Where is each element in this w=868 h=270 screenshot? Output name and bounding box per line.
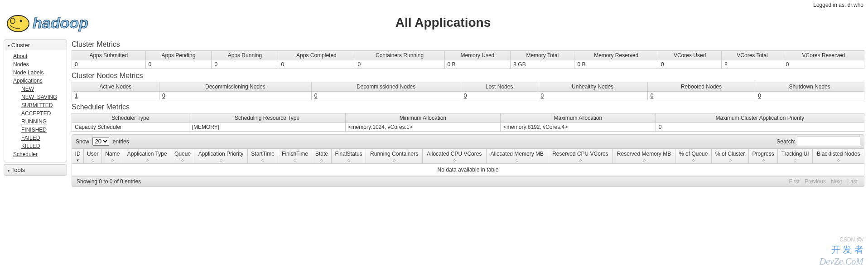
sort-icon: ◇ bbox=[181, 158, 184, 162]
metric-value: 0 bbox=[783, 60, 864, 69]
cluster-metrics-title: Cluster Metrics bbox=[72, 40, 864, 49]
metric-value: 0 bbox=[658, 60, 722, 69]
nav-state-killed[interactable]: KILLED bbox=[21, 142, 67, 150]
apps-col-header[interactable]: User◇ bbox=[84, 149, 102, 164]
col-header: Apps Running bbox=[212, 51, 278, 60]
col-header: Apps Completed bbox=[278, 51, 355, 60]
login-info: Logged in as: dr.who bbox=[0, 0, 868, 10]
apps-col-header[interactable]: Allocated CPU VCores◇ bbox=[422, 149, 486, 164]
sort-icon: ◇ bbox=[261, 158, 264, 162]
svg-point-0 bbox=[7, 15, 29, 32]
apps-col-header[interactable]: FinishTime◇ bbox=[278, 149, 312, 164]
apps-col-header[interactable]: % of Cluster◇ bbox=[712, 149, 749, 164]
sort-icon: ◇ bbox=[92, 158, 94, 162]
col-header: Decommissioning Nodes bbox=[159, 82, 311, 92]
col-header: Containers Running bbox=[355, 51, 444, 60]
nav-state-new-saving[interactable]: NEW_SAVING bbox=[21, 93, 67, 101]
header: hadoop All Applications bbox=[0, 10, 868, 39]
page-next[interactable]: Next bbox=[831, 178, 842, 185]
metric-value[interactable]: 0 bbox=[159, 92, 311, 100]
applications-table: ID▼User◇Name◇Application Type◇Queue◇Appl… bbox=[72, 148, 864, 176]
svg-point-1 bbox=[10, 18, 15, 24]
sort-icon: ▼ bbox=[76, 158, 80, 162]
apps-col-header[interactable]: Reserved CPU VCores◇ bbox=[548, 149, 613, 164]
nav-tools: Tools bbox=[4, 164, 67, 176]
apps-col-header[interactable]: Running Containers◇ bbox=[366, 149, 423, 164]
cluster-metrics-table: Apps SubmittedApps PendingApps RunningAp… bbox=[72, 50, 864, 69]
page-prev[interactable]: Previous bbox=[805, 178, 826, 185]
metric-value: 0 B bbox=[574, 60, 658, 69]
apps-col-header[interactable]: Tracking UI◇ bbox=[778, 149, 813, 164]
apps-col-header[interactable]: ID▼ bbox=[72, 149, 84, 164]
show-prefix: Show bbox=[76, 138, 89, 145]
col-header: Memory Total bbox=[511, 51, 574, 60]
nav-cluster-header[interactable]: Cluster bbox=[4, 40, 67, 50]
page-length-select[interactable]: 20 bbox=[92, 137, 109, 146]
datatable-paginate: First Previous Next Last bbox=[787, 178, 859, 185]
metric-value: 8 GB bbox=[511, 60, 574, 69]
apps-col-header[interactable]: Application Priority◇ bbox=[194, 149, 248, 164]
hadoop-logo-icon: hadoop bbox=[5, 10, 113, 35]
col-header: Scheduling Resource Type bbox=[189, 113, 345, 123]
apps-col-header[interactable]: StartTime◇ bbox=[247, 149, 278, 164]
col-header: Minimum Allocation bbox=[345, 113, 501, 123]
nav-node-labels[interactable]: Node Labels bbox=[13, 69, 67, 77]
nav-state-accepted[interactable]: ACCEPTED bbox=[21, 109, 67, 118]
apps-col-header[interactable]: Allocated Memory MB◇ bbox=[486, 149, 548, 164]
nav-state-failed[interactable]: FAILED bbox=[21, 134, 67, 142]
apps-col-header[interactable]: Queue◇ bbox=[171, 149, 194, 164]
metric-value[interactable]: 0 bbox=[647, 92, 755, 100]
metric-value: 0 bbox=[212, 60, 278, 69]
page-first[interactable]: First bbox=[789, 178, 800, 185]
metric-value[interactable]: 0 bbox=[755, 92, 864, 100]
apps-col-header[interactable]: Name◇ bbox=[102, 149, 123, 164]
sort-icon: ◇ bbox=[837, 158, 840, 162]
nav-tools-header[interactable]: Tools bbox=[4, 165, 67, 175]
col-header: Memory Reserved bbox=[574, 51, 658, 60]
metric-value: 0 bbox=[278, 60, 355, 69]
search-input[interactable] bbox=[797, 137, 860, 146]
nav-state-submitted[interactable]: SUBMITTED bbox=[21, 101, 67, 109]
search-control: Search: bbox=[776, 137, 860, 146]
apps-col-header[interactable]: Reserved Memory MB◇ bbox=[612, 149, 675, 164]
apps-col-header[interactable]: Blacklisted Nodes◇ bbox=[813, 149, 864, 164]
nav-state-new[interactable]: NEW bbox=[21, 85, 67, 93]
apps-col-header[interactable]: State◇ bbox=[312, 149, 331, 164]
metric-value: 0 bbox=[72, 60, 146, 69]
apps-col-header[interactable]: Application Type◇ bbox=[123, 149, 171, 164]
metric-value: Capacity Scheduler bbox=[72, 123, 189, 132]
metric-value[interactable]: 0 bbox=[311, 92, 461, 100]
sort-icon: ◇ bbox=[643, 158, 646, 162]
metric-value[interactable]: 0 bbox=[538, 92, 647, 100]
sort-icon: ◇ bbox=[146, 158, 149, 162]
col-header: Decommissioned Nodes bbox=[311, 82, 461, 92]
page-length-control: Show 20 entries bbox=[76, 137, 129, 146]
hadoop-logo[interactable]: hadoop bbox=[5, 10, 113, 35]
nav-applications[interactable]: Applications bbox=[13, 77, 67, 85]
nav-nodes[interactable]: Nodes bbox=[13, 60, 67, 69]
sort-icon: ◇ bbox=[220, 158, 222, 162]
sort-icon: ◇ bbox=[692, 158, 695, 162]
col-header: Active Nodes bbox=[72, 82, 159, 92]
col-header: Unhealthy Nodes bbox=[538, 82, 647, 92]
metric-value: [MEMORY] bbox=[189, 123, 345, 132]
sort-icon: ◇ bbox=[294, 158, 296, 162]
apps-col-header[interactable]: % of Queue◇ bbox=[675, 149, 712, 164]
metric-value[interactable]: 0 bbox=[461, 92, 538, 100]
metric-value[interactable]: 1 bbox=[72, 92, 159, 100]
page-last[interactable]: Last bbox=[847, 178, 858, 185]
col-header: Memory Used bbox=[444, 51, 511, 60]
svg-point-2 bbox=[20, 20, 22, 22]
sort-icon: ◇ bbox=[729, 158, 732, 162]
col-header: VCores Total bbox=[722, 51, 783, 60]
apps-col-header[interactable]: Progress◇ bbox=[749, 149, 778, 164]
nav-state-finished[interactable]: FINISHED bbox=[21, 126, 67, 134]
content: Cluster Metrics Apps SubmittedApps Pendi… bbox=[72, 39, 864, 187]
nav-scheduler[interactable]: Scheduler bbox=[13, 150, 67, 158]
col-header: Shutdown Nodes bbox=[755, 82, 864, 92]
nav-about[interactable]: About bbox=[13, 52, 67, 60]
datatable-toolbar: Show 20 entries Search: bbox=[72, 134, 864, 148]
apps-col-header[interactable]: FinalStatus◇ bbox=[331, 149, 366, 164]
metric-value: 0 bbox=[355, 60, 444, 69]
nav-state-running[interactable]: RUNNING bbox=[21, 118, 67, 126]
